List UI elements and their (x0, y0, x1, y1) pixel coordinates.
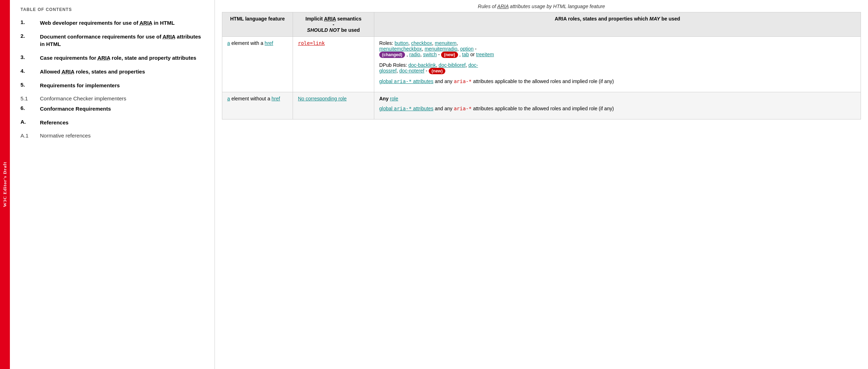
feature-a-without-href: a element without a href (222, 92, 293, 119)
toc-num-1: 1. (20, 19, 33, 25)
implicit-no-role: No corresponding role (293, 92, 374, 119)
w3c-editors-draft-tab: W3C Editor's Draft (0, 0, 10, 369)
aria-rules-table: HTML language feature Implicit ARIA sema… (222, 12, 861, 119)
toc-item-3[interactable]: 3. Case requirements for ARIA role, stat… (20, 54, 204, 62)
toc-label-1: Web developer requirements for use of AR… (40, 19, 175, 27)
role-option[interactable]: option (460, 46, 474, 52)
toc-label-2: Document conformance requirements for us… (40, 33, 204, 48)
role-button[interactable]: button (395, 40, 409, 46)
global-aria-block-2: global aria-* attributes and any aria-* … (379, 106, 856, 111)
feature-a-href-text: element with a (231, 40, 265, 46)
role-doc-noteref[interactable]: doc-noteref (399, 68, 424, 74)
global-aria-suffix-2: attributes applicable to the allowed rol… (473, 106, 614, 111)
toc-item-a[interactable]: A. References (20, 119, 204, 126)
toc-label-a: References (40, 119, 69, 126)
global-aria-link-2[interactable]: global aria-* attributes (379, 106, 433, 111)
toc-panel: TABLE OF CONTENTS 1. Web developer requi… (10, 0, 215, 369)
toc-sub-a-1[interactable]: A.1 Normative references (20, 133, 204, 139)
toc-title: TABLE OF CONTENTS (20, 7, 204, 12)
toc-item-1[interactable]: 1. Web developer requirements for use of… (20, 19, 204, 27)
toc-num-6: 6. (20, 105, 33, 111)
and-any-text: and any (435, 78, 454, 84)
feature-a-with-href: a element with a href (222, 37, 293, 92)
col-header-implicit-aria: Implicit ARIA semantics-SHOULD NOT be us… (293, 12, 374, 37)
roles-prefix: Roles: (379, 40, 395, 46)
role-link-value[interactable]: role=link (298, 40, 325, 46)
global-aria-suffix: attributes applicable to the allowed rol… (473, 78, 614, 84)
implicit-role-link: role=link (293, 37, 374, 92)
aria-abbr-caption: ARIA (497, 4, 509, 9)
global-aria-link[interactable]: global aria-* attributes (379, 78, 433, 84)
global-aria-block: global aria-* attributes and any aria-* … (379, 78, 856, 84)
toc-item-5[interactable]: 5. Requirements for implementers (20, 82, 204, 89)
aria-wildcard-red-2: aria-* (454, 106, 472, 111)
dpub-prefix: DPub Roles: (379, 62, 408, 68)
table-panel: Rules of ARIA attributes usage by HTML l… (215, 0, 868, 369)
link-href-attr-2[interactable]: href (271, 96, 280, 101)
may-use-a-with-href: Roles: button, checkbox, menuitem, menui… (374, 37, 861, 92)
toc-sub-num-a-1: A.1 (20, 133, 33, 139)
badge-new-noteref: (new) (429, 68, 445, 74)
toc-item-6[interactable]: 6. Conformance Requirements (20, 105, 204, 112)
link-a-element-2[interactable]: a (227, 96, 230, 101)
toc-sub-label-a-1: Normative references (40, 133, 90, 139)
col-header-may-use: ARIA roles, states and properties which … (374, 12, 861, 37)
role-treeitem[interactable]: treeitem (476, 52, 494, 57)
badge-changed: (changed) (379, 52, 405, 58)
toc-num-3: 3. (20, 54, 33, 60)
table-row-a-without-href: a element without a href No correspondin… (222, 92, 861, 119)
toc-item-4[interactable]: 4. Allowed ARIA roles, states and proper… (20, 68, 204, 75)
toc-num-a: A. (20, 119, 33, 125)
badge-new-switch: (new) (441, 52, 458, 58)
any-role-block: Any role (379, 96, 856, 101)
any-role-label: Any (379, 96, 390, 101)
toc-label-6: Conformance Requirements (40, 105, 111, 112)
table-row-a-with-href: a element with a href role=link Roles: b… (222, 37, 861, 92)
role-doc-backlink[interactable]: doc-backlink (408, 62, 436, 68)
toc-num-5: 5. (20, 82, 33, 88)
role-menuitemradio[interactable]: menuitemradio (424, 46, 457, 52)
toc-num-4: 4. (20, 68, 33, 74)
col-header-html-feature: HTML language feature (222, 12, 293, 37)
role-menuitem[interactable]: menuitem (435, 40, 456, 46)
dpub-roles-block: DPub Roles: doc-backlink, doc-biblioref,… (379, 62, 856, 74)
toc-label-5: Requirements for implementers (40, 82, 120, 89)
toc-item-2[interactable]: 2. Document conformance requirements for… (20, 33, 204, 48)
any-role-link[interactable]: role (390, 96, 398, 101)
role-doc-biblioref[interactable]: doc-biblioref (439, 62, 465, 68)
aria-wildcard-red: aria-* (454, 78, 472, 84)
table-header-row: HTML language feature Implicit ARIA sema… (222, 12, 861, 37)
toc-sub-num-5-1: 5.1 (20, 95, 33, 101)
roles-block: Roles: button, checkbox, menuitem, menui… (379, 40, 856, 58)
feature-a-no-href-text: element without a (231, 96, 272, 101)
no-corresponding-role[interactable]: No corresponding role (298, 96, 347, 101)
toc-sub-5-1[interactable]: 5.1 Conformance Checker implementers (20, 95, 204, 101)
role-checkbox[interactable]: checkbox (411, 40, 432, 46)
and-any-text-2: and any (435, 106, 454, 111)
role-menuitemcheckbox[interactable]: menuitemcheckbox (379, 46, 422, 52)
role-tab[interactable]: tab (462, 52, 469, 57)
toc-num-2: 2. (20, 33, 33, 39)
table-caption: Rules of ARIA attributes usage by HTML l… (222, 4, 861, 9)
toc-sub-label-5-1: Conformance Checker implementers (40, 95, 126, 101)
may-use-a-without-href: Any role global aria-* attributes and an… (374, 92, 861, 119)
link-a-element[interactable]: a (227, 40, 230, 46)
role-switch[interactable]: switch (423, 52, 437, 57)
or-text: or (470, 52, 476, 57)
toc-label-3: Case requirements for ARIA role, state a… (40, 54, 196, 62)
role-radio[interactable]: radio (409, 52, 420, 57)
link-href-attr[interactable]: href (265, 40, 273, 46)
toc-label-4: Allowed ARIA roles, states and propertie… (40, 68, 145, 75)
